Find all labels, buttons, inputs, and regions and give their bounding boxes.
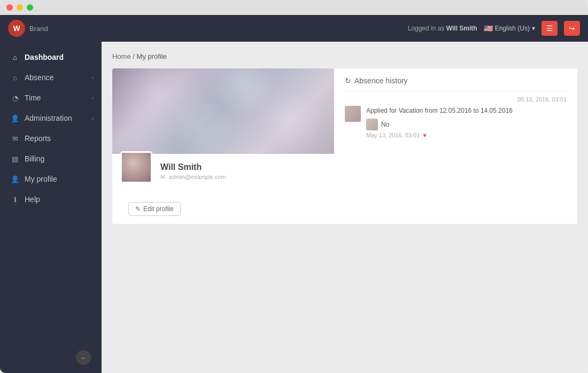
sidebar-item-time[interactable]: ◔ Time ‹ bbox=[0, 88, 102, 108]
chevron-down-icon: ▾ bbox=[532, 25, 535, 32]
breadcrumb: Home / My profile bbox=[112, 52, 577, 60]
app-container: W Brand Logged in as Will Smith 🇺🇸 Engli… bbox=[0, 15, 588, 373]
profile-name-section: Will Smith ✉ admin@example.com bbox=[160, 162, 326, 183]
maximize-button[interactable] bbox=[27, 4, 33, 11]
profile-cover bbox=[112, 68, 334, 154]
avatar bbox=[120, 151, 152, 183]
sidebar-item-absence[interactable]: ⌂ Absence ‹ bbox=[0, 67, 102, 88]
edit-profile-button[interactable]: ✎ Edit profile bbox=[128, 202, 181, 216]
sidebar-label-my-profile: My profile bbox=[25, 175, 57, 183]
reply-avatar bbox=[366, 119, 378, 130]
reply-meta: May 13, 2016, 03:01 ♥ bbox=[366, 132, 567, 138]
sidebar-item-administration[interactable]: 👤 Administration ‹ bbox=[0, 108, 102, 128]
absence-entry-content: Applied for Vacation from 12.05.2016 to … bbox=[366, 106, 567, 138]
avatar-wrapper bbox=[120, 151, 152, 183]
window-chrome bbox=[0, 0, 588, 15]
profile-card: Will Smith ✉ admin@example.com ✎ Edit pr… bbox=[112, 68, 577, 224]
sidebar-label-time: Time bbox=[25, 94, 41, 102]
profile-left: Will Smith ✉ admin@example.com ✎ Edit pr… bbox=[112, 68, 334, 224]
absence-reply: No bbox=[366, 119, 567, 130]
edit-profile-area: ✎ Edit profile bbox=[112, 191, 334, 224]
chevron-icon: ‹ bbox=[92, 115, 94, 121]
absence-icon: ⌂ bbox=[11, 74, 19, 82]
collapse-icon: ← bbox=[76, 350, 91, 365]
reply-text: No bbox=[381, 121, 389, 128]
language-selector[interactable]: 🇺🇸 English (Us) ▾ bbox=[484, 24, 535, 33]
absence-panel: ↻ Absence history 05.13, 2016, 03:01 App… bbox=[334, 68, 577, 224]
help-icon: ℹ bbox=[11, 196, 19, 204]
email-value: admin@example.com bbox=[169, 174, 226, 180]
absence-panel-title: ↻ Absence history bbox=[345, 76, 567, 85]
logged-in-label: Logged in as Will Smith bbox=[408, 25, 477, 32]
divider bbox=[345, 91, 567, 92]
time-icon: ◔ bbox=[11, 94, 19, 102]
home-icon: ⌂ bbox=[11, 53, 19, 61]
brand: W Brand bbox=[8, 20, 48, 37]
chevron-icon: ‹ bbox=[92, 75, 94, 81]
reply-date: May 13, 2016, 03:01 bbox=[366, 132, 420, 138]
minimize-button[interactable] bbox=[17, 4, 23, 11]
edit-profile-label: Edit profile bbox=[143, 205, 174, 213]
avatar-image bbox=[122, 153, 151, 182]
breadcrumb-separator: / bbox=[133, 52, 136, 60]
sidebar-item-my-profile[interactable]: 👤 My profile bbox=[0, 169, 102, 189]
menu-button[interactable]: ☰ bbox=[541, 21, 558, 36]
absence-panel-label: Absence history bbox=[354, 76, 408, 85]
sidebar-item-dashboard[interactable]: ⌂ Dashboard bbox=[0, 47, 102, 67]
logout-button[interactable]: ↪ bbox=[564, 21, 580, 36]
logout-icon: ↪ bbox=[569, 24, 575, 33]
profile-name: Will Smith bbox=[160, 162, 326, 172]
breadcrumb-home[interactable]: Home bbox=[112, 52, 131, 60]
content-area: Home / My profile bbox=[102, 42, 588, 373]
admin-icon: 👤 bbox=[11, 114, 19, 122]
edit-icon: ✎ bbox=[135, 205, 141, 213]
absence-entry-text: Applied for Vacation from 12.05.2016 to … bbox=[366, 106, 567, 115]
brand-text: Brand bbox=[29, 25, 48, 33]
sidebar-label-absence: Absence bbox=[25, 73, 53, 82]
profile-icon: 👤 bbox=[11, 175, 19, 183]
hamburger-icon: ☰ bbox=[546, 24, 553, 33]
billing-icon: ▤ bbox=[11, 155, 19, 163]
profile-email: ✉ admin@example.com bbox=[160, 174, 326, 181]
email-icon: ✉ bbox=[160, 174, 165, 180]
sidebar-label-billing: Billing bbox=[25, 154, 44, 163]
absence-entry: Applied for Vacation from 12.05.2016 to … bbox=[345, 106, 567, 138]
main-area: ⌂ Dashboard ⌂ Absence ‹ ◔ Time ‹ 👤 Admin… bbox=[0, 42, 588, 373]
history-icon: ↻ bbox=[345, 76, 351, 85]
absence-entry-avatar bbox=[345, 106, 361, 122]
sidebar-item-reports[interactable]: ✉ Reports bbox=[0, 128, 102, 149]
sidebar-label-help: Help bbox=[25, 195, 40, 204]
close-button[interactable] bbox=[6, 4, 13, 11]
heart-icon: ♥ bbox=[423, 132, 427, 138]
brand-avatar: W bbox=[8, 20, 25, 37]
sidebar-collapse-button[interactable]: ← bbox=[0, 342, 102, 373]
sidebar-item-help[interactable]: ℹ Help bbox=[0, 189, 102, 209]
top-nav-right: Logged in as Will Smith 🇺🇸 English (Us) … bbox=[408, 21, 580, 36]
profile-info-bar: Will Smith ✉ admin@example.com bbox=[112, 154, 334, 191]
sidebar-label-dashboard: Dashboard bbox=[25, 53, 64, 61]
flag-icon: 🇺🇸 bbox=[484, 24, 493, 33]
sidebar-label-administration: Administration bbox=[25, 114, 72, 122]
reports-icon: ✉ bbox=[11, 135, 19, 143]
language-label: English (Us) bbox=[495, 25, 530, 32]
top-nav: W Brand Logged in as Will Smith 🇺🇸 Engli… bbox=[0, 15, 588, 42]
sidebar: ⌂ Dashboard ⌂ Absence ‹ ◔ Time ‹ 👤 Admin… bbox=[0, 42, 102, 373]
sidebar-label-reports: Reports bbox=[25, 134, 51, 143]
absence-timestamp: 05.13, 2016, 03:01 bbox=[345, 96, 567, 103]
breadcrumb-current: My profile bbox=[137, 52, 167, 60]
sidebar-item-billing[interactable]: ▤ Billing bbox=[0, 149, 102, 169]
chevron-icon: ‹ bbox=[92, 95, 94, 101]
logged-in-user: Will Smith bbox=[446, 25, 477, 32]
